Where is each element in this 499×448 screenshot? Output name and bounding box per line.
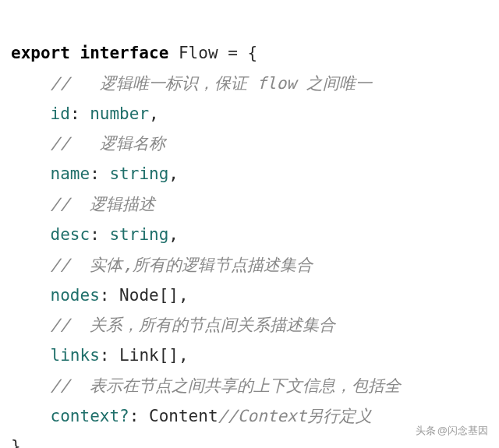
line-9: nodes: Node[], [11,286,189,305]
brace-close: } [11,437,21,448]
comma: , [168,164,179,183]
watermark: 头条@闪念基因 [416,422,488,440]
colon: : [70,104,80,123]
code-block: export interface Flow = { // 逻辑唯一标识，保证 f… [11,8,488,448]
type-string2: string [109,225,168,244]
type-linkarr: Link[] [119,346,179,365]
equals: = [228,44,238,62]
keyword-interface: interface [80,44,169,62]
line-7: desc: string, [11,225,179,244]
comment-nodes: // 实体,所有的逻辑节点描述集合 [51,256,313,274]
type-number: number [90,104,149,123]
line-14: } [11,437,21,448]
brace-open: { [248,44,258,62]
comma: , [168,225,179,244]
line-4: // 逻辑名称 [11,134,165,153]
keyword-export: export [11,44,70,62]
prop-nodes: nodes [51,286,100,305]
colon: : [129,407,140,425]
line-8: // 实体,所有的逻辑节点描述集合 [11,256,313,274]
line-6: // 逻辑描述 [11,195,155,213]
comment-desc: // 逻辑描述 [51,195,156,213]
interface-name: Flow [179,44,218,62]
prop-name: name [51,164,90,183]
comment-id: // 逻辑唯一标识，保证 flow 之间唯一 [51,74,372,93]
comment-contextdef: //Context另行定义 [218,407,373,425]
watermark-icon: 头条 [416,425,436,436]
colon: : [100,286,110,305]
line-2: // 逻辑唯一标识，保证 flow 之间唯一 [11,74,372,93]
comma: , [179,346,189,365]
colon: : [100,346,110,365]
line-13: context?: Content//Context另行定义 [11,407,372,425]
prop-context: context? [51,407,129,425]
line-1: export interface Flow = { [11,44,257,62]
line-5: name: string, [11,164,179,183]
line-10: // 关系，所有的节点间关系描述集合 [11,316,335,334]
prop-links: links [51,346,100,365]
prop-desc: desc [51,225,90,244]
line-11: links: Link[], [11,346,189,365]
line-3: id: number, [11,104,159,123]
type-nodearr: Node[] [119,286,179,305]
comment-context: // 表示在节点之间共享的上下文信息，包括全 [51,376,402,395]
colon: : [90,164,100,183]
prop-id: id [51,104,70,123]
watermark-text: @闪念基因 [437,425,488,436]
type-string: string [109,164,168,183]
type-content: Content [149,407,218,425]
comma: , [179,286,189,305]
comment-links: // 关系，所有的节点间关系描述集合 [51,316,336,334]
comma: , [149,104,159,123]
line-12: // 表示在节点之间共享的上下文信息，包括全 [11,376,401,395]
comment-name: // 逻辑名称 [51,134,165,153]
colon: : [90,225,100,244]
